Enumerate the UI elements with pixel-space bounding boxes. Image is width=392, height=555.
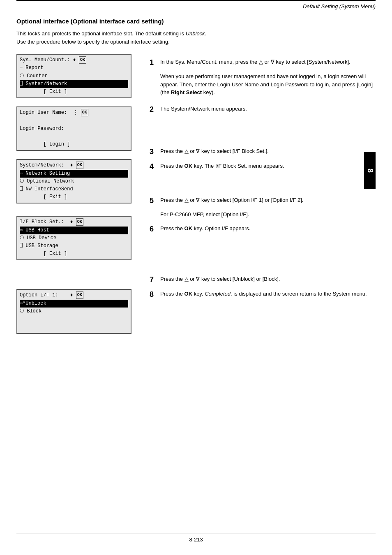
lcd5-line1: Option I/F 1: ♦ OK: [20, 291, 128, 299]
lcd5-line4: [20, 315, 128, 323]
step-8-num: 8: [144, 290, 154, 299]
lcd3-line1: System/Network: ♦ OK: [20, 162, 128, 169]
lcd3-line4: ⎕ NW InterfaceSend: [20, 185, 128, 193]
lcd3-line5: [ Exit ]: [20, 193, 128, 201]
page-container: Default Setting (System Menu) Optional i…: [0, 0, 392, 555]
ok-badge-3: OK: [76, 162, 83, 169]
lcd4-line1: I/F Block Set.: ♦ OK: [20, 218, 128, 226]
lcd5-line5: [20, 323, 128, 331]
intro-text: This locks and protects the optional int…: [16, 30, 376, 46]
step-5-row: 5 Press the △ or ∇ key to select [Option…: [144, 196, 376, 206]
step-1-row: 1 In the Sys. Menu/Count. menu, press th…: [144, 58, 376, 67]
lcd-screen-3: System/Network: ♦ OK ⎓ Network Setting ⎔…: [16, 159, 131, 204]
lcd-screen-4: I/F Block Set.: ♦ OK ⎓ USB Host ⎔ USB De…: [16, 216, 131, 260]
step-6-num: 6: [144, 224, 154, 234]
step-5-extra: For P-C2660 MFP, select [Option I/F].: [160, 210, 376, 219]
step-5-num: 5: [144, 196, 154, 206]
step-7-row: 7 Press the △ or ∇ key to select [Unbloc…: [144, 275, 376, 284]
intro-period: .: [205, 30, 207, 37]
lcd-screen-1: Sys. Menu/Count.: ♦ OK ⎓ Report ⎔ Counte…: [16, 54, 131, 98]
step-1-text: In the Sys. Menu/Count. menu, press the …: [160, 58, 376, 67]
lcd1-line4: ⎕ System/Network: [20, 80, 128, 88]
lcd1-line2: ⎓ Report: [20, 64, 128, 72]
lcd-screen-5: Option I/F 1: ♦ OK ⎓*Unblock ⎔ Block: [16, 289, 131, 333]
section-title: Optional interface (Optional interface c…: [16, 18, 376, 25]
step-4-text: Press the OK key. The I/F Block Set. men…: [160, 162, 376, 171]
step-7-num: 7: [144, 275, 154, 284]
step-3-text: Press the △ or ∇ key to select [I/F Bloc…: [160, 147, 376, 157]
ok-badge: OK: [79, 56, 86, 64]
lcd1-line3: ⎔ Counter: [20, 72, 128, 80]
intro-italic: Unblock: [186, 30, 205, 37]
main-content: Optional interface (Optional interface c…: [0, 9, 392, 367]
lcd4-line3: ⎔ USB Device: [20, 234, 128, 242]
step-2-num: 2: [144, 105, 154, 114]
lcd5-line3: ⎔ Block: [20, 308, 128, 315]
ok-badge-4: OK: [76, 218, 83, 226]
step-3-num: 3: [144, 147, 154, 157]
step-7-text: Press the △ or ∇ key to select [Unblock]…: [160, 275, 376, 284]
intro-line3: Use the procedure below to specify the o…: [16, 39, 170, 45]
step-2-text: The System/Network menu appears.: [160, 105, 376, 114]
lcd2-line3: Login Password:: [20, 125, 128, 133]
right-column: 1 In the Sys. Menu/Count. menu, press th…: [144, 54, 376, 304]
intro-line1: This locks and protects the optional int…: [16, 30, 186, 37]
lcd2-line4: [20, 133, 128, 141]
lcd3-line2: ⎓ Network Setting: [20, 170, 128, 178]
footer-page-num: 8-213: [189, 536, 203, 543]
header-bar: Default Setting (System Menu): [16, 0, 376, 9]
ok-badge-5: OK: [76, 291, 83, 299]
step-2-row: 2 The System/Network menu appears.: [144, 105, 376, 114]
step-1-num: 1: [144, 58, 154, 67]
lcd3-line3: ⎔ Optional Network: [20, 178, 128, 185]
lcd5-line2: ⎓*Unblock: [20, 300, 128, 308]
lcd4-line2: ⎓ USB Host: [20, 227, 128, 234]
ok-badge-2: OK: [81, 109, 88, 116]
step-1-extra: When you are performing user management …: [160, 72, 376, 97]
lcd-screen-2: Login User Name: ⋮ OK Login Password: [ …: [16, 106, 131, 151]
page-badge: 8: [364, 152, 376, 189]
lcd1-line5: [ Exit ]: [20, 88, 128, 96]
step-6-row: 6 Press the OK key. Option I/F appears.: [144, 224, 376, 234]
lcd2-line2: [20, 117, 128, 125]
step-4-num: 4: [144, 162, 154, 171]
step-5-text: Press the △ or ∇ key to select [Option I…: [160, 196, 376, 206]
big-spacer: [16, 268, 131, 289]
step-8-row: 8 Press the OK key. Completed. is displa…: [144, 290, 376, 299]
step-3-row: 3 Press the △ or ∇ key to select [I/F Bl…: [144, 147, 376, 157]
lcd2-line1: Login User Name: ⋮ OK: [20, 109, 128, 117]
step-8-text: Press the OK key. Completed. is displaye…: [160, 290, 376, 299]
lcd4-line4: ⎕ USB Storage: [20, 242, 128, 250]
footer: 8-213: [16, 534, 376, 543]
header-title: Default Setting (System Menu): [303, 3, 376, 9]
lcd2-line5: [ Login ]: [20, 141, 128, 148]
step-6-text: Press the OK key. Option I/F appears.: [160, 224, 376, 234]
lcd4-line5: [ Exit ]: [20, 250, 128, 258]
lcd1-line1: Sys. Menu/Count.: ♦ OK: [20, 56, 128, 64]
left-column: Sys. Menu/Count.: ♦ OK ⎓ Report ⎔ Counte…: [16, 54, 131, 342]
lcd-spacer: [16, 212, 131, 216]
two-col-layout: Sys. Menu/Count.: ♦ OK ⎓ Report ⎔ Counte…: [16, 54, 376, 342]
step-4-row: 4 Press the OK key. The I/F Block Set. m…: [144, 162, 376, 171]
